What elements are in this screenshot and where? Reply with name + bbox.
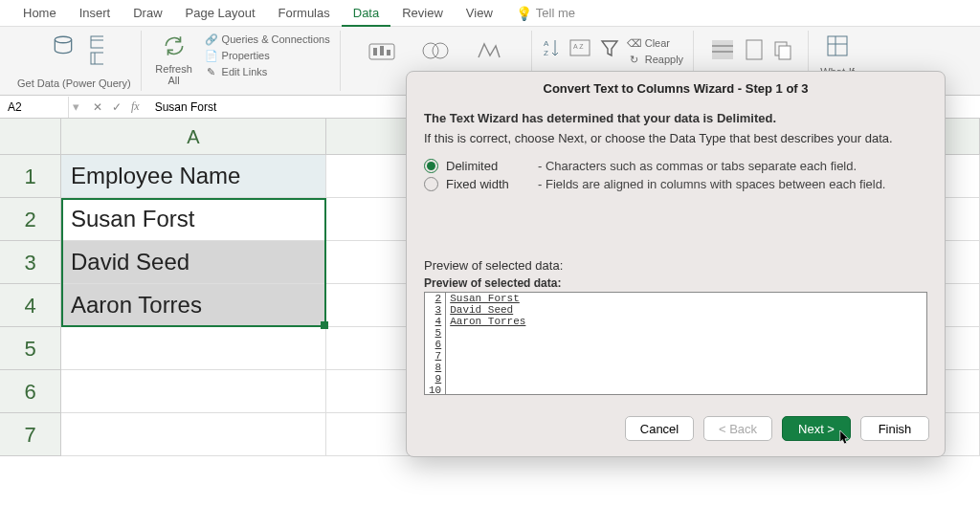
preview-box: 2Susan Forst3David Seed4Aaron Torres5678… <box>424 292 927 395</box>
row-header[interactable]: 2 <box>0 198 61 241</box>
group-connections: Refresh All 🔗Queries & Connections 📄Prop… <box>142 31 341 91</box>
tab-page-layout[interactable]: Page Layout <box>174 0 267 27</box>
reapply-filter[interactable]: ↻Reapply <box>628 53 683 66</box>
cell[interactable]: Aaron Torres <box>61 284 326 327</box>
bulb-icon: 💡 <box>516 0 532 27</box>
row-header[interactable]: 6 <box>0 370 61 413</box>
refresh-all-button[interactable]: Refresh All <box>151 33 197 86</box>
svg-rect-6 <box>373 48 377 55</box>
cursor-icon <box>838 429 852 446</box>
whatif-icon <box>824 33 851 59</box>
radio-delimited-label: Delimited <box>446 159 530 173</box>
row-header[interactable]: 7 <box>0 413 61 456</box>
preview-row-num: 7 <box>425 350 446 362</box>
remove-dup-icon[interactable] <box>773 38 792 64</box>
clear-filter[interactable]: ⌫Clear <box>628 36 670 50</box>
row-header[interactable]: 1 <box>0 155 61 198</box>
tab-draw[interactable]: Draw <box>122 0 173 27</box>
col-header-a[interactable]: A <box>61 119 326 154</box>
svg-point-10 <box>433 43 448 58</box>
preview-row-val <box>446 339 530 350</box>
cell[interactable]: David Seed <box>61 241 326 284</box>
tab-view[interactable]: View <box>455 0 504 27</box>
sort-icon[interactable]: A Z <box>568 36 591 62</box>
name-box[interactable]: A2 <box>0 97 69 118</box>
tab-data[interactable]: Data <box>342 0 390 27</box>
preview-row-val <box>446 350 530 362</box>
svg-rect-7 <box>380 46 384 55</box>
dialog-buttons: Cancel < Back Next > Finish <box>407 407 945 456</box>
dialog-subtext: If this is correct, choose Next, or choo… <box>424 131 927 145</box>
tab-home[interactable]: Home <box>11 0 68 27</box>
edit-icon: ✎ <box>205 65 218 78</box>
filter-icon[interactable] <box>599 36 620 62</box>
select-all-corner[interactable] <box>0 119 61 155</box>
radio-delimited-desc: - Characters such as commas or tabs sepa… <box>538 159 857 173</box>
cell[interactable] <box>61 413 326 456</box>
preview-row-val <box>446 362 530 373</box>
finish-button[interactable]: Finish <box>860 416 929 441</box>
radio-fixed-desc: - Fields are aligned in columns with spa… <box>538 177 885 191</box>
preview-row-num: 8 <box>425 362 446 373</box>
svg-rect-3 <box>91 53 103 64</box>
preview-row-val <box>446 327 530 339</box>
tell-me[interactable]: 💡 Tell me <box>504 0 587 27</box>
reapply-icon: ↻ <box>628 53 641 66</box>
preview-header: Preview of selected data: <box>424 276 927 290</box>
preview-row-num: 9 <box>425 373 446 385</box>
fx-icon[interactable]: fx <box>131 99 140 114</box>
refresh-icon <box>161 33 188 59</box>
get-data-button[interactable] <box>44 33 82 59</box>
radio-icon <box>424 177 438 191</box>
preview-row-num: 3 <box>425 304 446 316</box>
queries-connections[interactable]: 🔗Queries & Connections <box>205 33 330 46</box>
svg-point-9 <box>423 43 438 58</box>
sort-asc-icon[interactable]: AZ <box>542 36 561 62</box>
svg-point-0 <box>56 36 72 43</box>
preview-row-val: Susan Forst <box>446 293 530 304</box>
cell[interactable]: Employee Name <box>61 155 326 198</box>
preview-row-num: 5 <box>425 327 446 339</box>
text-to-columns-icon[interactable] <box>710 38 735 64</box>
geography-icon[interactable] <box>475 38 503 66</box>
prop-icon: 📄 <box>205 49 218 62</box>
preview-row-num: 10 <box>425 385 446 395</box>
properties-link[interactable]: 📄Properties <box>205 49 270 62</box>
link-icon: 🔗 <box>205 33 218 46</box>
preview-row-val <box>446 385 530 395</box>
accept-formula-icon[interactable]: ✓ <box>112 100 122 114</box>
radio-delimited[interactable]: Delimited - Characters such as commas or… <box>424 159 927 173</box>
svg-text:A: A <box>544 39 549 48</box>
preview-row-val <box>446 373 530 385</box>
stocks-icon[interactable] <box>368 38 396 66</box>
edit-links[interactable]: ✎Edit Links <box>205 65 268 78</box>
tab-insert[interactable]: Insert <box>68 0 122 27</box>
row-header[interactable]: 4 <box>0 284 61 327</box>
preview-label: Preview of selected data: <box>424 258 927 273</box>
cell[interactable] <box>61 327 326 370</box>
svg-text:Z: Z <box>544 49 548 57</box>
svg-rect-8 <box>387 50 390 55</box>
dialog-heading: The Text Wizard has determined that your… <box>424 111 927 125</box>
from-other-icon[interactable] <box>90 35 103 49</box>
back-button[interactable]: < Back <box>703 416 772 441</box>
tab-formulas[interactable]: Formulas <box>267 0 342 27</box>
row-header[interactable]: 3 <box>0 241 61 284</box>
from-other-icon-2[interactable] <box>90 52 103 65</box>
whatif-button[interactable] <box>818 33 857 59</box>
dialog-title: Convert Text to Columns Wizard - Step 1 … <box>407 72 945 103</box>
flash-fill-icon[interactable] <box>745 38 764 64</box>
cancel-button[interactable]: Cancel <box>625 416 694 441</box>
name-box-dropdown[interactable]: ▾ <box>69 99 83 114</box>
cancel-formula-icon[interactable]: ✕ <box>93 100 102 114</box>
tab-review[interactable]: Review <box>390 0 455 27</box>
cell[interactable] <box>61 370 326 413</box>
text-to-columns-dialog: Convert Text to Columns Wizard - Step 1 … <box>406 71 946 457</box>
group-get-data: Get Data (Power Query) <box>8 31 142 91</box>
next-button[interactable]: Next > <box>782 416 851 441</box>
radio-fixed-width[interactable]: Fixed width - Fields are aligned in colu… <box>424 177 927 191</box>
currency-icon[interactable] <box>421 38 450 66</box>
row-header[interactable]: 5 <box>0 327 61 370</box>
preview-row-val: David Seed <box>446 304 530 316</box>
cell[interactable]: Susan Forst <box>61 198 326 241</box>
